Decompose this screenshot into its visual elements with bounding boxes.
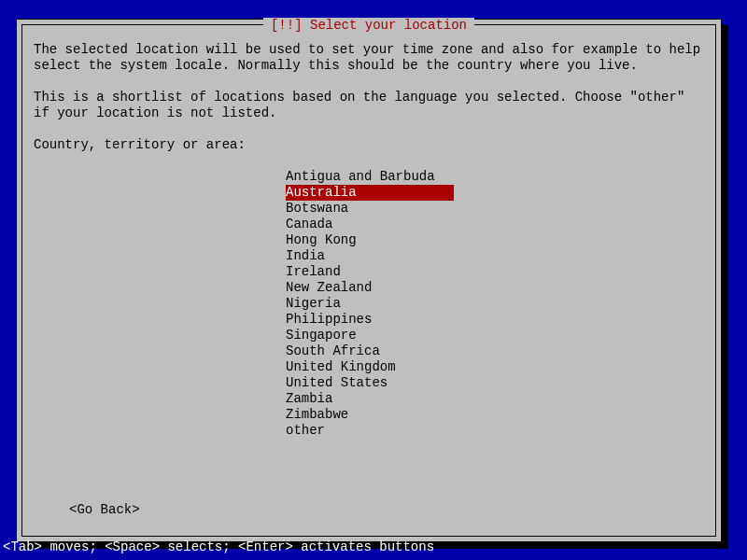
title-text: Select your location	[310, 18, 467, 33]
location-list[interactable]: Antigua and BarbudaAustralia BotswanaCan…	[286, 169, 454, 439]
location-option[interactable]: Ireland	[286, 264, 454, 280]
location-option[interactable]: Nigeria	[286, 296, 454, 312]
location-option[interactable]: Zimbabwe	[286, 407, 454, 423]
location-option[interactable]: Australia	[286, 185, 454, 201]
location-option[interactable]: United Kingdom	[286, 359, 454, 375]
location-option[interactable]: Philippines	[286, 312, 454, 328]
dialog-border: [!!] Select your location The selected l…	[21, 24, 716, 537]
dialog-window: [!!] Select your location The selected l…	[16, 19, 722, 542]
keyboard-hint: <Tab> moves; <Space> selects; <Enter> ac…	[3, 539, 434, 554]
location-option[interactable]: India	[286, 248, 454, 264]
location-option[interactable]: other	[286, 423, 454, 439]
description-paragraph-1: The selected location will be used to se…	[34, 42, 704, 74]
location-option[interactable]: Botswana	[286, 201, 454, 217]
location-option[interactable]: South Africa	[286, 343, 454, 359]
location-option[interactable]: Hong Kong	[286, 232, 454, 248]
dialog-title: [!!] Select your location	[263, 18, 474, 33]
location-option[interactable]: Canada	[286, 217, 454, 232]
location-option[interactable]: New Zealand	[286, 280, 454, 296]
dialog-content: The selected location will be used to se…	[34, 42, 704, 439]
dialog-title-wrap: [!!] Select your location	[22, 18, 715, 33]
title-marker: [!!]	[271, 18, 303, 33]
go-back-button[interactable]: <Go Back>	[69, 502, 140, 517]
location-option[interactable]: Antigua and Barbuda	[286, 169, 454, 185]
location-option[interactable]: Zambia	[286, 391, 454, 407]
location-option[interactable]: Singapore	[286, 328, 454, 343]
description-paragraph-2: This is a shortlist of locations based o…	[34, 90, 704, 121]
location-option[interactable]: United States	[286, 375, 454, 391]
prompt-label: Country, territory or area:	[34, 137, 704, 153]
